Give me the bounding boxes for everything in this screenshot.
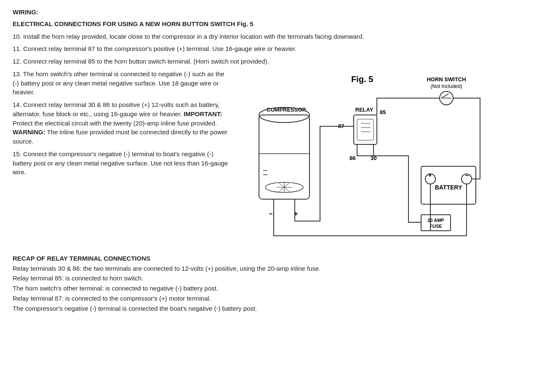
- wire-comp-to-relay87: [295, 126, 345, 221]
- recap3: The horn switch's other terminal: is con…: [13, 284, 526, 293]
- step11: 11. Connect relay terminal 87 to the com…: [13, 44, 526, 53]
- step10: 10. Install the horn relay provided, loc…: [13, 32, 526, 41]
- relay-inner: [357, 119, 374, 140]
- content-area: 13. The horn switch's other terminal is …: [13, 69, 526, 246]
- recap-section: RECAP OF RELAY TERMINAL CONNECTIONS Rela…: [13, 254, 526, 313]
- wire-fuse-to-relay86: [357, 153, 408, 156]
- wire-fuse-to-relay30: [374, 153, 421, 222]
- t86-label: 86: [350, 155, 355, 161]
- wiring-diagram: Fig. 5 HORN SWITCH (Not Included) COMPRE…: [232, 69, 526, 246]
- step13: 13. The horn switch's other terminal is …: [13, 69, 232, 97]
- battery-plus: +: [428, 172, 432, 179]
- t85-label: 85: [380, 109, 386, 115]
- wire-battery-pos-to-fuse: [421, 184, 430, 231]
- page-content: WIRING: ELECTRICAL CONNECTIONS FOR USING…: [13, 8, 526, 313]
- relay-label: RELAY: [355, 107, 374, 113]
- horn-sw-lever: [441, 94, 448, 98]
- wiring-label: WIRING:: [13, 8, 526, 17]
- left-text-block: 13. The horn switch's other terminal is …: [13, 69, 232, 246]
- battery-label: BATTERY: [435, 184, 462, 191]
- diagram-container: Fig. 5 HORN SWITCH (Not Included) COMPRE…: [232, 69, 493, 246]
- recap-title: RECAP OF RELAY TERMINAL CONNECTIONS: [13, 254, 526, 263]
- step12: 12. Connect relay terminal 85 to the hor…: [13, 57, 526, 66]
- battery-minus: −: [465, 172, 469, 179]
- recap5: The compressor's negative (-) terminal i…: [13, 304, 526, 313]
- horn-switch-sub: (Not Included): [430, 83, 462, 89]
- wire-horn-to-battery-neg: [453, 98, 480, 179]
- horn-switch-label: HORN SWITCH: [427, 76, 466, 83]
- recap2: Relay terminal 85: is connected to horn …: [13, 274, 526, 283]
- electrical-title: ELECTRICAL CONNECTIONS FOR USING A NEW H…: [13, 19, 526, 29]
- recap4: Relay terminal 87: is connected to the c…: [13, 294, 526, 303]
- comp-minus: −: [269, 210, 272, 217]
- step14: 14. Connect relay terminal 30 & 86 to po…: [13, 100, 232, 146]
- diagram-svg: Fig. 5 HORN SWITCH (Not Included) COMPRE…: [232, 69, 493, 246]
- wire-relay85-to-horn: [377, 98, 440, 107]
- fuse-label-2: FUSE: [430, 224, 442, 229]
- fig-label: Fig. 5: [351, 75, 373, 84]
- recap1: Relay terminals 30 & 86: the two termina…: [13, 264, 526, 273]
- step15: 15. Connect the compressor's negative (-…: [13, 149, 232, 177]
